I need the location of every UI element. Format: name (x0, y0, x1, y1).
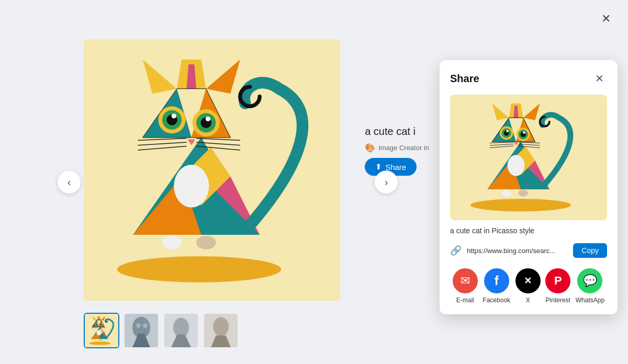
nav-next-button[interactable]: › (375, 170, 398, 194)
share-panel-close-button[interactable]: ✕ (591, 71, 607, 86)
main-close-button[interactable]: ✕ (597, 9, 615, 28)
share-email-button[interactable]: ✉ E-mail (453, 268, 478, 304)
share-pinterest-button[interactable]: P Pinterest (545, 268, 570, 304)
thumbnail-3[interactable] (163, 313, 199, 348)
pinterest-icon: P (545, 268, 570, 293)
share-panel-header: Share ✕ (450, 71, 607, 86)
whatsapp-label: WhatsApp (576, 297, 604, 304)
facebook-label: Facebook (483, 297, 510, 304)
share-url-row: 🔗 https://www.bing.com/searc... Copy (450, 243, 607, 258)
share-icon: ⬆ (375, 162, 382, 172)
email-label: E-mail (456, 297, 474, 304)
creator-line: 🎨 Image Creator in (365, 143, 429, 153)
x-label: X (526, 297, 530, 304)
x-icon: ✕ (515, 268, 541, 293)
share-panel: Share ✕ a cute cat in Picasso style 🔗 ht… (440, 60, 618, 314)
copy-button[interactable]: Copy (573, 243, 607, 258)
thumbnail-2[interactable] (124, 313, 159, 348)
email-icon: ✉ (453, 268, 478, 293)
pinterest-label: Pinterest (546, 297, 570, 304)
share-whatsapp-button[interactable]: 💬 WhatsApp (576, 268, 604, 304)
link-icon: 🔗 (450, 245, 462, 256)
thumbnail-1[interactable] (84, 313, 119, 348)
share-preview-image (450, 95, 607, 220)
thumbnail-4[interactable] (203, 313, 239, 348)
image-info: a cute cat i 🎨 Image Creator in ⬆ Share (365, 126, 429, 176)
whatsapp-icon: 💬 (577, 268, 602, 293)
share-icons-row: ✉ E-mail f Facebook ✕ X P Pintere (450, 268, 607, 304)
share-url-text[interactable]: https://www.bing.com/searc... (467, 247, 568, 255)
main-image (84, 39, 340, 301)
thumbnail-strip (84, 313, 239, 348)
share-image-caption: a cute cat in Picasso style (450, 226, 607, 235)
viewer-overlay: ✕ ‹ › a cute cat i 🎨 Image Creator in (0, 0, 628, 364)
share-panel-title: Share (450, 73, 479, 85)
facebook-icon: f (484, 268, 509, 293)
image-title: a cute cat i (365, 126, 416, 138)
share-x-button[interactable]: ✕ X (515, 268, 541, 304)
nav-prev-button[interactable]: ‹ (58, 170, 81, 194)
share-facebook-button[interactable]: f Facebook (483, 268, 510, 304)
